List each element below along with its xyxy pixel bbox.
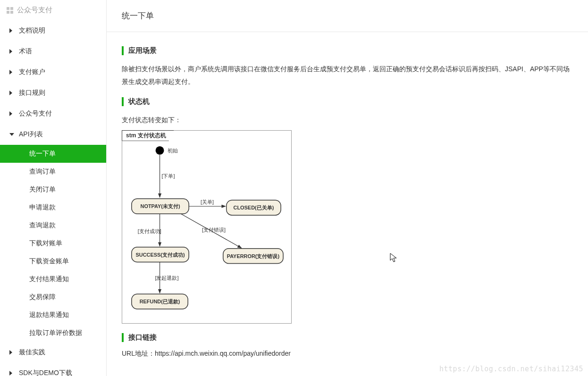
stm-edge-order: [下单]	[161, 173, 175, 178]
sidebar-item-label: 最佳实践	[19, 348, 45, 357]
sidebar-item-sdk[interactable]: SDK与DEMO下载	[0, 363, 106, 376]
sidebar-item-label: API列表	[19, 130, 43, 139]
caret-right-icon	[9, 111, 12, 116]
svg-rect-2	[7, 11, 9, 14]
sidebar-subitem-label: 申请退款	[29, 203, 56, 211]
sidebar-subitem-label: 下载对账单	[29, 239, 62, 247]
caret-right-icon	[9, 91, 12, 95]
sidebar-subitem-report[interactable]: 交易保障	[0, 288, 106, 306]
stm-edge-payok: [支付成功]	[138, 228, 161, 234]
stm-edge-payerr: [支付错误]	[202, 227, 226, 233]
svg-rect-1	[10, 7, 13, 10]
sidebar-subitem-label: 退款结果通知	[29, 311, 69, 318]
sidebar-subitem-downloadbill[interactable]: 下载对账单	[0, 234, 106, 252]
sidebar-item-docs[interactable]: 文档说明	[0, 20, 106, 41]
sidebar-subitem-label: 查询退款	[29, 221, 56, 229]
sidebar-item-terms[interactable]: 术语	[0, 41, 106, 62]
caret-right-icon	[9, 350, 12, 355]
sidebar-subitem-label: 统一下单	[29, 150, 56, 157]
stm-diagram-title: stm 支付状态机	[122, 130, 174, 141]
sidebar-item-bestpractice[interactable]: 最佳实践	[0, 342, 106, 363]
watermark: https://blog.csdn.net/sihai12345	[439, 365, 583, 373]
sidebar-item-label: 接口规则	[19, 89, 45, 97]
stm-edge-close: [关单]	[201, 199, 214, 205]
state-machine-diagram: stm 支付状态机 初始 [下单] NOTPAY(未支付)	[122, 130, 292, 324]
api-url-label: URL地址：	[122, 350, 155, 357]
sidebar-subitem-label: 下载资金账单	[29, 257, 69, 265]
section-scenario-title: 应用场景	[122, 46, 573, 55]
caret-right-icon	[9, 49, 12, 54]
sidebar-subitem-queryrefund[interactable]: 查询退款	[0, 217, 106, 234]
content: 统一下单 应用场景 除被扫支付场景以外，商户系统先调用该接口在微信支付服务后台生…	[107, 0, 588, 376]
stm-node-refund: REFUND(已退款)	[140, 299, 180, 304]
section-apilink-title: 接口链接	[122, 333, 573, 342]
sidebar-title: 公众号支付	[0, 0, 106, 20]
section-stm-intro: 支付状态转变如下：	[122, 114, 573, 126]
caret-right-icon	[9, 371, 12, 376]
sidebar-subitem-refund[interactable]: 申请退款	[0, 199, 106, 217]
sidebar-item-mppay[interactable]: 公众号支付	[0, 103, 106, 124]
sidebar-item-label: 文档说明	[19, 26, 45, 35]
sidebar-subitem-batchquery[interactable]: 拉取订单评价数据	[0, 324, 106, 342]
api-url-value: https://api.mch.weixin.qq.com/pay/unifie…	[155, 350, 291, 357]
caret-down-icon	[9, 133, 14, 136]
sidebar-subitem-closeorder[interactable]: 关闭订单	[0, 181, 106, 199]
sidebar-subitem-paynotify[interactable]: 支付结果通知	[0, 270, 106, 288]
grid-icon	[7, 7, 13, 14]
sidebar-item-label: SDK与DEMO下载	[19, 369, 72, 376]
sidebar-sublist: 统一下单 查询订单 关闭订单 申请退款 查询退款 下载对账单 下载资金账单 支付…	[0, 145, 106, 342]
stm-svg: 初始 [下单] NOTPAY(未支付) CLOSED(已关单) [关单] SUC	[122, 131, 291, 323]
sidebar-subitem-queryorder[interactable]: 查询订单	[0, 163, 106, 181]
sidebar-subitem-label: 交易保障	[29, 293, 56, 301]
svg-rect-0	[7, 7, 9, 10]
section-scenario-body: 除被扫支付场景以外，商户系统先调用该接口在微信支付服务后台生成预支付交易单，返回…	[122, 63, 573, 88]
stm-node-closed: CLOSED(已关单)	[234, 205, 274, 210]
content-body: 应用场景 除被扫支付场景以外，商户系统先调用该接口在微信支付服务后台生成预支付交…	[107, 32, 588, 376]
stm-node-notpay: NOTPAY(未支付)	[141, 203, 180, 209]
sidebar-subitem-unifiedorder[interactable]: 统一下单	[0, 145, 106, 163]
sidebar-subitem-label: 支付结果通知	[29, 275, 69, 283]
stm-node-payerror: PAYERROR(支付错误)	[227, 253, 280, 259]
sidebar-item-label: 公众号支付	[19, 109, 52, 118]
stm-initial-label: 初始	[168, 148, 178, 153]
section-stm-title: 状态机	[122, 97, 573, 106]
sidebar-subitem-refundnotify[interactable]: 退款结果通知	[0, 306, 106, 324]
sidebar-title-text: 公众号支付	[17, 6, 52, 15]
api-url-line: URL地址：https://api.mch.weixin.qq.com/pay/…	[122, 350, 573, 358]
sidebar-subitem-label: 查询订单	[29, 167, 56, 175]
sidebar-subitem-downloadfund[interactable]: 下载资金账单	[0, 252, 106, 270]
stm-node-success: SUCCESS(支付成功)	[136, 251, 185, 257]
sidebar-subitem-label: 拉取订单评价数据	[29, 329, 82, 336]
nav-list: 文档说明 术语 支付账户 接口规则 公众号支付 API列表	[0, 20, 106, 376]
sidebar: 公众号支付 文档说明 术语 支付账户 接口规则 公众号支付	[0, 0, 107, 376]
sidebar-item-rules[interactable]: 接口规则	[0, 83, 106, 103]
sidebar-item-account[interactable]: 支付账户	[0, 62, 106, 83]
caret-right-icon	[9, 28, 12, 33]
sidebar-subitem-label: 关闭订单	[29, 185, 56, 193]
stm-edge-refund: [发起退款]	[155, 275, 178, 281]
sidebar-item-apilist[interactable]: API列表	[0, 124, 106, 145]
caret-right-icon	[9, 70, 12, 75]
stm-initial-node	[156, 146, 164, 155]
sidebar-item-label: 支付账户	[19, 68, 45, 76]
svg-rect-3	[10, 11, 13, 14]
sidebar-item-label: 术语	[19, 47, 32, 56]
page-title: 统一下单	[107, 0, 588, 32]
